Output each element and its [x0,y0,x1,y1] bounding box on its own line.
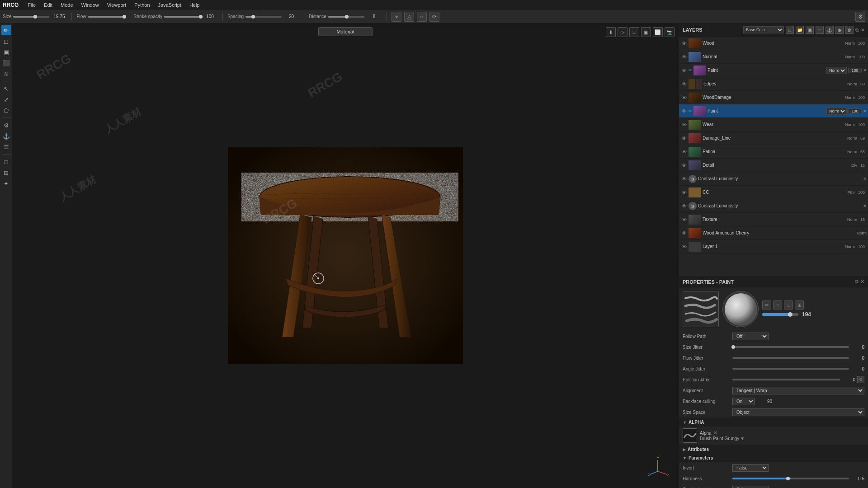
tool-polygon[interactable]: ⬠ [1,105,11,115]
flow-jitter-slider[interactable] [732,357,849,359]
backface-culling-dropdown[interactable]: On [732,398,755,405]
alpha-section-header[interactable]: ▼ ALPHA [679,418,868,427]
menu-file[interactable]: File [24,1,39,9]
layer-blend-select-paint-1[interactable]: Norm [826,67,847,74]
layer-add-btn[interactable]: □ [786,26,794,34]
menu-viewport[interactable]: Viewport [104,1,130,9]
layer-eye-wood[interactable]: 👁 [681,40,687,47]
brush-size-slider[interactable] [762,313,798,316]
spacing-slider[interactable] [245,16,282,18]
layer-item-paint-2[interactable]: 👁 ✏ Paint Norm ✕ [679,104,868,118]
layer-delete-btn[interactable]: 🗑 [845,26,854,34]
menu-python[interactable]: Python [131,1,153,9]
toolbar-btn-1[interactable]: ⌖ [392,12,401,22]
layer-eye-woodcherry[interactable]: 👁 [681,230,687,236]
alpha-dropdown-arrow[interactable]: ▼ [740,436,745,441]
prop-icon-square[interactable]: □ [784,300,793,310]
layer-eye-paint-1[interactable]: 👁 [681,67,687,74]
layer-item-texture[interactable]: 👁 Texture Norm 15 [679,213,868,226]
toolbar-btn-2[interactable]: △ [404,12,414,22]
layer-eye-wear[interactable]: 👁 [681,122,687,128]
properties-float[interactable]: ⧉ [855,279,859,285]
layer-item-woodcherry[interactable]: 👁 Wood American Cherry Norm [679,226,868,240]
menu-edit[interactable]: Edit [40,1,56,9]
size-jitter-slider[interactable] [732,346,849,348]
layer-close-paint-1[interactable]: ✕ [863,68,867,73]
layer-item-paint-1[interactable]: 👁 ✏ Paint Norm ✕ [679,64,868,77]
layer-item-wood[interactable]: 👁 Wood Norm 100 [679,37,868,50]
alpha-remove-btn[interactable]: ✕ [713,430,717,436]
layer-anchor-btn[interactable]: ⚓ [826,26,834,34]
layer-opacity-paint-1[interactable] [848,68,862,73]
layer-eye-paint-2[interactable]: 👁 [681,108,687,114]
tool-projection[interactable]: ▣ [1,47,11,57]
tool-measure[interactable]: ⊞ [1,168,11,178]
layer-folder-btn[interactable]: 📁 [796,26,804,34]
layer-item-wooddamage[interactable]: 👁 WoodDamage Norm 100 [679,91,868,104]
flip-horizontal-dropdown[interactable]: False [732,486,769,488]
layer-eye-cc[interactable]: 👁 [681,189,687,196]
menu-javascript[interactable]: JavaScript [155,1,185,9]
stroke-opacity-value[interactable]: 100 [202,14,218,19]
angle-jitter-slider[interactable] [732,368,849,370]
layer-item-layer1[interactable]: 👁 Layer 1 Norm 100 [679,240,868,253]
layer-blend-select-paint-2[interactable]: Norm [826,108,847,115]
size-slider[interactable] [13,16,49,18]
layer-item-edges[interactable]: 👁 Edges Norm 60 [679,77,868,91]
layers-panel-close[interactable]: ✕ [861,27,865,33]
layer-close-contrast2[interactable]: ✕ [863,203,867,208]
properties-close[interactable]: ✕ [860,279,864,285]
base-color-dropdown[interactable]: Base Colo... [743,26,784,33]
layer-eye-wooddamage[interactable]: 👁 [681,94,687,101]
prop-icon-circle[interactable]: ○ [773,300,782,310]
layer-item-detail[interactable]: 👁 Detail Div 15 [679,159,868,172]
toolbar-btn-4[interactable]: ⟳ [429,12,439,22]
toolbar-btn-settings[interactable]: ⚙ [855,12,865,22]
tool-fill[interactable]: ⬛ [1,58,11,68]
tool-anchor[interactable]: ⚓ [1,131,11,141]
layer-item-contrast2[interactable]: 👁 ◑ Contrast Luminosity ✕ [679,199,868,213]
prop-icon-grid[interactable]: ⊞ [795,300,804,310]
layer-item-contrast1[interactable]: 👁 ◑ Contrast Luminosity ✕ [679,172,868,186]
layer-item-damageline[interactable]: 👁 Damage_Line Norm 69 [679,131,868,145]
flow-slider[interactable] [88,16,124,18]
attributes-section-header[interactable]: ▶ Attributes [679,445,868,454]
layer-close-contrast1[interactable]: ✕ [863,176,867,181]
tool-bake[interactable]: ⚙ [1,120,11,130]
alignment-dropdown[interactable]: Tangent | Wrap [732,387,864,394]
menu-help[interactable]: Help [186,1,203,9]
layer-item-normal[interactable]: 👁 Normal Norm 100 [679,50,868,64]
stroke-opacity-slider[interactable] [164,16,200,18]
tool-smudge[interactable]: ≋ [1,69,11,79]
layer-eye-detail[interactable]: 👁 [681,162,687,169]
distance-value[interactable]: 8 [366,14,382,19]
spacing-value[interactable]: 20 [283,14,299,19]
layer-opacity-paint-2[interactable] [848,108,862,114]
position-jitter-extra-btn[interactable]: ⚙ [857,376,864,383]
size-space-dropdown[interactable]: Object [732,408,864,416]
menu-window[interactable]: Window [78,1,103,9]
tool-select[interactable]: ↖ [1,84,11,94]
layer-fill-btn[interactable]: ▣ [806,26,814,34]
invert-dropdown[interactable]: False [732,464,769,472]
toolbar-btn-3[interactable]: ↔ [417,12,427,22]
distance-slider[interactable] [328,16,364,18]
tool-paint[interactable]: ✏ [1,25,11,35]
layer-item-cc[interactable]: 👁 CC Pthr 100 [679,186,868,199]
layer-eye-contrast1[interactable]: 👁 [681,176,687,182]
layer-eye-contrast2[interactable]: 👁 [681,203,687,209]
layer-eye-patina[interactable]: 👁 [681,149,687,155]
size-value[interactable]: 19.75 [51,14,67,19]
layer-eye-damageline[interactable]: 👁 [681,135,687,141]
layer-item-patina[interactable]: 👁 Patina Norm 65 [679,145,868,159]
follow-path-dropdown[interactable]: Off [732,333,769,340]
tool-snapshot[interactable]: □ [1,157,11,167]
tool-transform[interactable]: ⤢ [1,94,11,104]
prop-icon-brush[interactable]: ✏ [762,300,771,310]
layer-eye-texture[interactable]: 👁 [681,216,687,223]
tool-color-picker[interactable]: ✦ [1,178,11,188]
layer-filter-btn[interactable]: ≡ [816,26,824,34]
hardness-slider[interactable] [732,478,849,479]
position-jitter-slider[interactable] [732,379,840,380]
layer-close-paint-2[interactable]: ✕ [863,108,867,113]
